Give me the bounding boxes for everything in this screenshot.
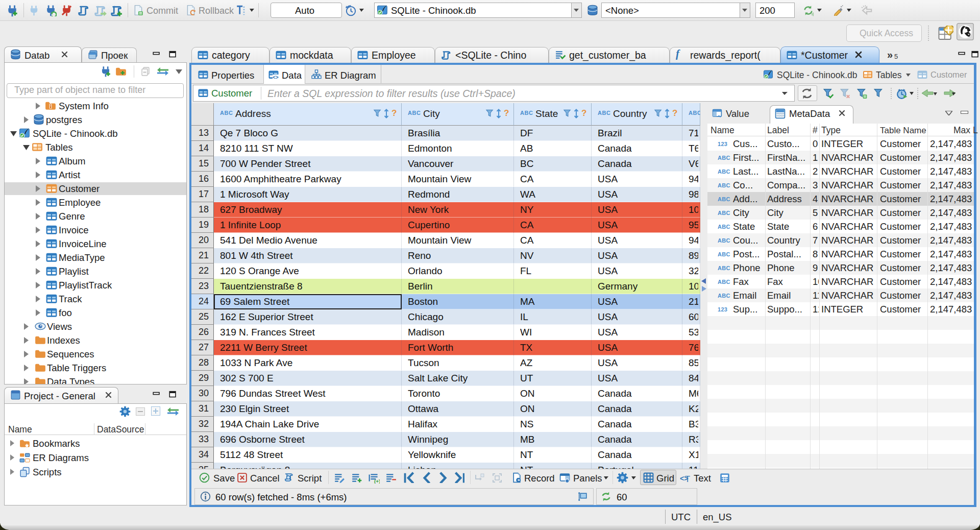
svg-text:T: T <box>685 474 690 484</box>
svg-text:<>: <> <box>273 75 279 80</box>
svg-text:(+): (+) <box>374 478 380 484</box>
